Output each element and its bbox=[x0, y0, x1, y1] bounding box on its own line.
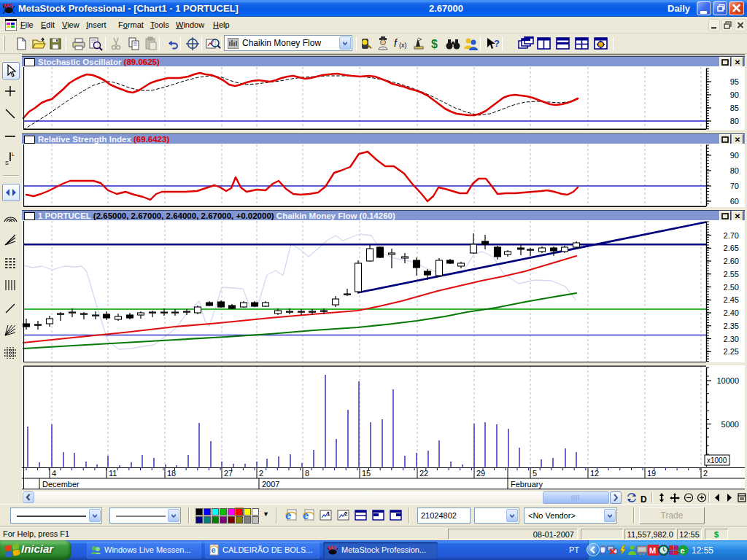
svg-text:2: 2 bbox=[344, 510, 348, 517]
svg-text:15: 15 bbox=[362, 469, 371, 478]
svg-text:2.65: 2.65 bbox=[724, 244, 739, 252]
svg-text:1: 1 bbox=[327, 510, 330, 517]
svg-text:29: 29 bbox=[476, 469, 485, 478]
svg-text:12: 12 bbox=[590, 469, 599, 478]
svg-text:5: 5 bbox=[533, 469, 537, 478]
svg-text:2.40: 2.40 bbox=[724, 308, 739, 317]
svg-text:$: $ bbox=[431, 38, 438, 50]
svg-text:11: 11 bbox=[109, 469, 117, 478]
svg-text:90: 90 bbox=[730, 90, 739, 99]
svg-text:e: e bbox=[681, 546, 685, 555]
svg-text:2.35: 2.35 bbox=[724, 322, 739, 330]
svg-text:2.70: 2.70 bbox=[724, 231, 739, 240]
svg-text:95: 95 bbox=[730, 77, 739, 86]
svg-text:2: 2 bbox=[703, 469, 708, 478]
svg-text:f: f bbox=[394, 37, 398, 49]
svg-text:10000: 10000 bbox=[716, 376, 739, 385]
svg-text:2.25: 2.25 bbox=[724, 347, 739, 356]
svg-text:2.45: 2.45 bbox=[724, 295, 739, 304]
svg-text:x1000: x1000 bbox=[707, 456, 727, 464]
svg-text:S: S bbox=[5, 160, 9, 166]
svg-text:80: 80 bbox=[730, 166, 739, 175]
svg-text:4: 4 bbox=[52, 469, 56, 478]
svg-text:2.30: 2.30 bbox=[724, 335, 739, 343]
svg-text:2.55: 2.55 bbox=[724, 270, 739, 279]
svg-text:February: February bbox=[511, 480, 543, 489]
svg-text:90: 90 bbox=[730, 151, 739, 160]
svg-text:L: L bbox=[12, 152, 15, 157]
svg-text:85: 85 bbox=[730, 104, 739, 112]
svg-text:60: 60 bbox=[730, 197, 739, 206]
svg-text:2.60: 2.60 bbox=[724, 257, 739, 265]
svg-text:19: 19 bbox=[647, 469, 656, 478]
svg-text:5000: 5000 bbox=[721, 420, 739, 429]
svg-text:22: 22 bbox=[419, 469, 428, 478]
svg-text:M: M bbox=[649, 546, 656, 555]
svg-text:?: ? bbox=[494, 38, 500, 49]
svg-text:2: 2 bbox=[259, 469, 263, 478]
svg-text:8: 8 bbox=[305, 469, 309, 478]
svg-text:2.50: 2.50 bbox=[724, 283, 739, 292]
svg-text:27: 27 bbox=[224, 469, 233, 478]
svg-text:18: 18 bbox=[167, 469, 176, 478]
svg-text:2007: 2007 bbox=[262, 480, 279, 489]
svg-text:80: 80 bbox=[730, 117, 739, 125]
svg-text:(x): (x) bbox=[399, 42, 407, 49]
svg-text:December: December bbox=[42, 480, 80, 489]
svg-text:70: 70 bbox=[730, 182, 739, 190]
